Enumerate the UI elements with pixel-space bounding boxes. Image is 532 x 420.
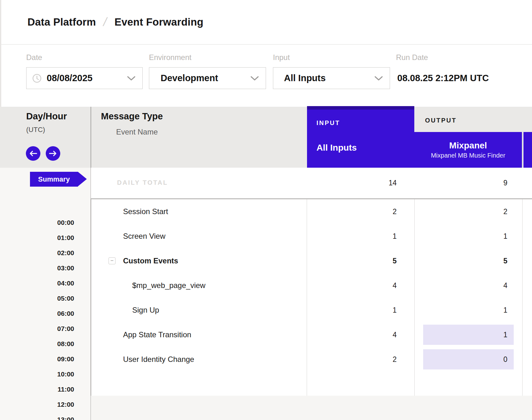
hour-item[interactable]: 01:00 <box>0 233 74 242</box>
run-date-value: 08.08.25 2:12PM UTC <box>397 67 489 89</box>
hour-item[interactable]: 09:00 <box>0 355 74 363</box>
table-row: − Custom Events 5 5 <box>91 249 532 273</box>
output-count-cell: 2 <box>414 199 523 224</box>
output-count-cell: 4 <box>414 273 523 298</box>
breadcrumb-separator: / <box>102 15 109 29</box>
output-column-name: Mixpanel <box>449 141 487 151</box>
hour-item[interactable]: 12:00 <box>0 400 74 409</box>
environment-value: Development <box>161 73 218 83</box>
day-hour-subtitle: (UTC) <box>26 126 45 134</box>
chevron-down-icon <box>127 76 135 81</box>
summary-tab-label: Summary <box>38 175 70 183</box>
event-forwarding-page: Data Platform / Event Forwarding Date En… <box>0 0 532 420</box>
message-type-header: Message Type <box>101 111 163 122</box>
input-label: Input <box>273 53 290 62</box>
summary-tab[interactable]: Summary <box>30 172 78 187</box>
next-output-column-partial <box>523 132 532 168</box>
event-name-label: Screen View <box>123 224 165 249</box>
table-row: − Screen View 1 1 <box>91 224 532 249</box>
input-count-cell: 1 <box>307 298 397 322</box>
prev-day-button[interactable] <box>26 146 40 161</box>
daily-total-input-value: 14 <box>307 168 397 198</box>
table-footer-band <box>91 396 532 420</box>
hour-item[interactable]: 06:00 <box>0 309 74 318</box>
highlighted-cell[interactable] <box>423 325 514 345</box>
next-day-button[interactable] <box>46 146 60 161</box>
output-column-header[interactable]: Mixpanel Mixpanel MB Music Finder <box>414 132 522 168</box>
hour-column: Summary 00:0001:0002:0003:0004:0005:0006… <box>0 168 91 420</box>
event-name-label: $mp_web_page_view <box>132 273 205 298</box>
output-column-subtitle: Mixpanel MB Music Finder <box>431 152 505 159</box>
arrow-left-icon <box>29 150 37 157</box>
event-name-label: User Identity Change <box>123 347 194 372</box>
minus-icon: − <box>110 258 114 263</box>
hour-item[interactable]: 07:00 <box>0 324 74 333</box>
environment-select[interactable]: Development <box>149 67 266 89</box>
run-date-label: Run Date <box>396 53 428 62</box>
output-count-cell: 1 <box>414 322 523 347</box>
chevron-down-icon <box>251 76 259 81</box>
input-group-label: INPUT <box>316 119 340 127</box>
chevron-down-icon <box>375 76 383 81</box>
output-count-cell: 1 <box>414 224 523 249</box>
page-title: Event Forwarding <box>115 16 204 28</box>
table-row: − Session Start 2 2 <box>91 199 532 224</box>
collapse-toggle[interactable]: − <box>109 257 115 264</box>
hour-item[interactable]: 10:00 <box>0 370 74 379</box>
event-rows: − Session Start 2 2 − Screen View 1 1 − … <box>91 199 532 372</box>
table-row: − $mp_web_page_view 4 4 <box>91 273 532 298</box>
breadcrumb: Data Platform / Event Forwarding <box>27 15 204 29</box>
breadcrumb-bar: Data Platform / Event Forwarding <box>1 0 532 45</box>
arrow-right-icon <box>49 150 57 157</box>
event-name-label: Sign Up <box>132 298 159 322</box>
output-count-cell: 1 <box>414 298 523 322</box>
output-count-cell: 0 <box>414 347 523 372</box>
filter-bar: Date Environment Input Run Date 08/08/20… <box>1 45 532 107</box>
output-group-label: OUTPUT <box>425 117 457 124</box>
clock-icon <box>32 74 42 83</box>
input-column-name: All Inputs <box>316 143 357 153</box>
input-column-accent-strip <box>307 106 414 110</box>
date-value: 08/08/2025 <box>47 73 92 83</box>
input-count-cell: 1 <box>307 224 397 249</box>
hour-item[interactable]: 05:00 <box>0 294 74 303</box>
event-name-label: App State Transition <box>123 322 191 347</box>
input-value: All Inputs <box>284 73 326 83</box>
input-count-cell: 2 <box>307 347 397 372</box>
daily-total-row: DAILY TOTAL 14 9 <box>91 168 532 198</box>
input-count-cell: 2 <box>307 199 397 224</box>
event-name-label: Session Start <box>123 199 168 224</box>
table-row: − User Identity Change 2 0 <box>91 347 532 372</box>
input-count-cell: 4 <box>307 273 397 298</box>
event-name-label: Custom Events <box>123 249 178 273</box>
input-select[interactable]: All Inputs <box>273 67 390 89</box>
day-hour-header: Day/Hour <box>26 111 67 122</box>
hour-item[interactable]: 03:00 <box>0 264 74 273</box>
table-row: − App State Transition 4 1 <box>91 322 532 347</box>
environment-label: Environment <box>149 53 192 62</box>
breadcrumb-section[interactable]: Data Platform <box>27 16 96 28</box>
hour-item[interactable]: 04:00 <box>0 279 74 288</box>
output-count-cell: 5 <box>414 249 523 273</box>
highlighted-cell[interactable] <box>423 349 514 369</box>
hour-item[interactable]: 13:00 <box>0 415 74 420</box>
hour-item[interactable]: 11:00 <box>0 385 74 394</box>
table-row: − Sign Up 1 1 <box>91 298 532 322</box>
input-count-cell: 5 <box>307 249 397 273</box>
input-count-cell: 4 <box>307 322 397 347</box>
message-type-subtitle: Event Name <box>116 128 158 136</box>
daily-total-label: DAILY TOTAL <box>117 179 168 186</box>
hour-item[interactable]: 08:00 <box>0 339 74 348</box>
date-select[interactable]: 08/08/2025 <box>26 67 143 89</box>
date-label: Date <box>26 53 42 62</box>
daily-total-output-value: 9 <box>414 168 507 198</box>
hour-item[interactable]: 00:00 <box>0 218 74 227</box>
hour-item[interactable]: 02:00 <box>0 249 74 257</box>
input-column-header[interactable]: INPUT All Inputs <box>307 106 414 168</box>
